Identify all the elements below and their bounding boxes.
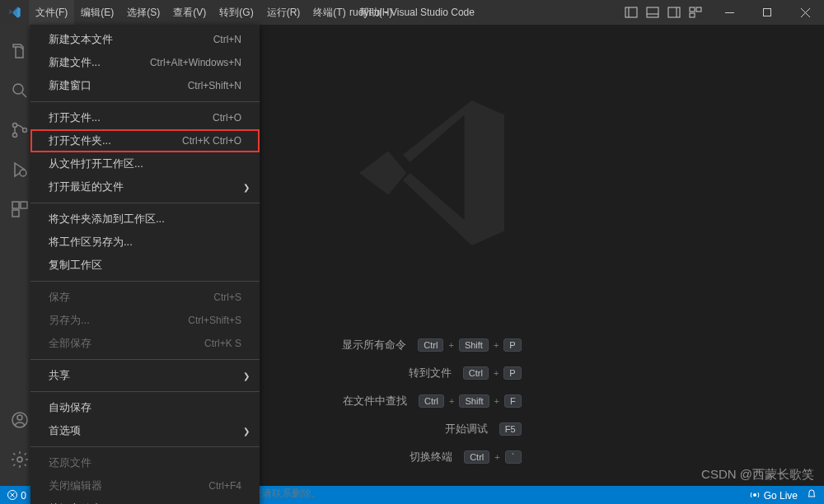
csdn-watermark: CSDN @西蒙长歌笑	[701, 467, 814, 483]
menu-item-label: 将工作区另存为...	[49, 235, 133, 250]
window-title: ruoyi-ui - Visual Studio Code	[349, 7, 475, 18]
keyboard-key: `	[505, 450, 522, 464]
menu-edit[interactable]: 编辑(E)	[74, 0, 120, 25]
menu-run[interactable]: 运行(R)	[260, 0, 307, 25]
menu-item: 全部保存Ctrl+K S	[30, 332, 260, 355]
menu-separator	[30, 359, 260, 360]
menu-item[interactable]: 共享❯	[30, 364, 260, 387]
status-errors[interactable]: 0	[7, 489, 26, 502]
svg-rect-6	[690, 7, 695, 12]
shortcut-row: 切换终端Ctrl+`	[342, 450, 521, 464]
status-notifications-icon[interactable]	[806, 488, 817, 502]
menu-item[interactable]: 首选项❯	[30, 419, 260, 442]
svg-rect-2	[647, 7, 658, 17]
menu-item-label: 自动保存	[49, 400, 91, 415]
menu-item[interactable]: 复制工作区	[30, 254, 260, 277]
menu-item: 关闭编辑器Ctrl+F4	[30, 474, 260, 497]
shortcut-label: 开始调试	[445, 422, 488, 436]
menu-item[interactable]: 从文件打开工作区...	[30, 152, 260, 175]
svg-rect-0	[625, 7, 637, 17]
vscode-icon	[0, 6, 29, 19]
menu-item-shortcut: Ctrl+K S	[204, 338, 241, 349]
shortcut-row: 转到文件Ctrl+P	[342, 366, 521, 380]
keyboard-key: Shift	[459, 338, 489, 352]
menu-item[interactable]: 将文件夹添加到工作区...	[30, 208, 260, 231]
keyboard-key: Ctrl	[419, 394, 444, 408]
menu-item-shortcut: Ctrl+S	[213, 292, 241, 303]
layout-sidebar-right-icon[interactable]	[667, 6, 681, 19]
menu-item-label: 保存	[49, 290, 70, 305]
status-golive[interactable]: Go Live	[749, 489, 798, 502]
shortcut-label: 在文件中查找	[343, 394, 407, 408]
svg-rect-19	[12, 202, 19, 208]
menu-item-label: 打开文件夹...	[49, 133, 111, 148]
svg-point-13	[13, 84, 23, 94]
svg-point-16	[13, 133, 17, 138]
menu-item-label: 首选项	[49, 423, 81, 438]
svg-rect-21	[12, 210, 19, 217]
menu-item[interactable]: 将工作区另存为...	[30, 231, 260, 254]
menu-item-label: 新建文件...	[49, 55, 101, 70]
menu-terminal[interactable]: 终端(T)	[307, 0, 352, 25]
chevron-right-icon: ❯	[243, 371, 250, 380]
maximize-button[interactable]	[748, 0, 786, 25]
menu-item: 保存Ctrl+S	[30, 286, 260, 309]
menu-item[interactable]: 自动保存	[30, 396, 260, 419]
menu-item-label: 复制工作区	[49, 258, 102, 273]
menu-separator	[30, 281, 260, 282]
svg-rect-8	[690, 13, 695, 17]
menu-item-label: 打开最近的文件	[49, 180, 124, 194]
titlebar: 文件(F) 编辑(E) 选择(S) 查看(V) 转到(G) 运行(R) 终端(T…	[0, 0, 824, 25]
keyboard-key: F5	[499, 422, 522, 436]
svg-point-18	[20, 170, 26, 176]
menu-file[interactable]: 文件(F)	[29, 0, 74, 25]
menu-item[interactable]: 新建文件...Ctrl+Alt+Windows+N	[30, 51, 260, 74]
menu-item[interactable]: 关闭文件夹Ctrl+K F	[30, 497, 260, 504]
close-button[interactable]	[786, 0, 824, 25]
shortcut-row: 开始调试F5	[342, 422, 521, 436]
menu-item[interactable]: 打开文件...Ctrl+O	[30, 106, 260, 129]
menu-item[interactable]: 新建窗口Ctrl+Shift+N	[30, 74, 260, 97]
menu-separator	[30, 391, 260, 392]
menu-item-label: 从文件打开工作区...	[49, 156, 143, 171]
menu-item-shortcut: Ctrl+O	[213, 112, 241, 124]
chevron-right-icon: ❯	[243, 183, 250, 192]
menu-go[interactable]: 转到(G)	[213, 0, 260, 25]
menu-item[interactable]: 打开最近的文件❯	[30, 175, 260, 198]
menu-item-label: 共享	[49, 368, 70, 383]
keyboard-key: Shift	[459, 394, 489, 408]
keyboard-key: P	[503, 366, 521, 380]
svg-point-28	[753, 493, 756, 497]
menu-item-shortcut: Ctrl+N	[213, 34, 241, 45]
menu-item: 还原文件	[30, 451, 260, 474]
menu-item-label: 新建文本文件	[49, 32, 113, 47]
layout-sidebar-left-icon[interactable]	[625, 6, 638, 19]
svg-point-24	[17, 457, 22, 462]
shortcut-keys: Ctrl+Shift+P	[418, 338, 521, 352]
menu-item-shortcut: Ctrl+K Ctrl+O	[182, 135, 241, 147]
minimize-button[interactable]	[710, 0, 748, 25]
menu-item-shortcut: Ctrl+Shift+S	[188, 315, 241, 326]
shortcut-row: 显示所有命令Ctrl+Shift+P	[342, 338, 521, 352]
svg-line-14	[22, 93, 26, 97]
menu-item[interactable]: 打开文件夹...Ctrl+K Ctrl+O	[30, 129, 260, 152]
menu-item-shortcut: Ctrl+Shift+N	[188, 80, 241, 91]
menu-item[interactable]: 新建文本文件Ctrl+N	[30, 28, 260, 51]
menu-item-shortcut: Ctrl+Alt+Windows+N	[150, 57, 241, 68]
menu-view[interactable]: 查看(V)	[166, 0, 213, 25]
keyboard-key: F	[504, 394, 522, 408]
chevron-right-icon: ❯	[243, 427, 250, 436]
menu-separator	[30, 101, 260, 102]
window-controls	[616, 0, 824, 25]
menu-item-shortcut: Ctrl+F4	[208, 480, 241, 492]
layout-customize-icon[interactable]	[689, 6, 702, 19]
keyboard-key: P	[503, 338, 521, 352]
svg-rect-7	[696, 7, 701, 12]
menubar: 文件(F) 编辑(E) 选择(S) 查看(V) 转到(G) 运行(R) 终端(T…	[29, 0, 399, 25]
keyboard-key: Ctrl	[463, 366, 489, 380]
shortcut-label: 转到文件	[409, 366, 452, 380]
layout-panel-icon[interactable]	[646, 6, 659, 19]
menu-selection[interactable]: 选择(S)	[120, 0, 166, 25]
menu-item: 另存为...Ctrl+Shift+S	[30, 309, 260, 332]
svg-rect-20	[21, 202, 27, 208]
